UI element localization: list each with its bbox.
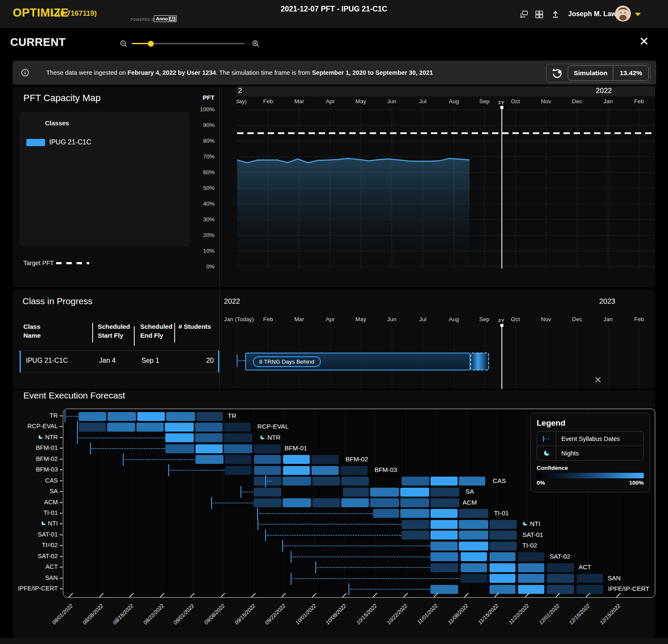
gantt-bar-segment (402, 477, 429, 486)
simulation-refresh-icon[interactable] (546, 67, 568, 79)
gantt-row-right-label: SAN (608, 574, 621, 582)
event-syllabus-dates-icon (537, 432, 556, 446)
legend-item-nights: Nights (537, 446, 643, 460)
page-title: 2021-12-07 PFT - IPUG 21-C1C (281, 5, 388, 14)
column-separator (92, 323, 93, 342)
gantt-bar-segment (402, 531, 429, 539)
syllabus-date-marker (348, 583, 349, 595)
syllabus-date-marker (257, 508, 258, 520)
app-root: OPTIMIZE 1.10-7167119) POWERED BY AnnoAi… (0, 0, 668, 644)
gantt-bar-segment (430, 520, 458, 529)
forecast-row-tick (60, 578, 62, 579)
forecast-row-label: SAT-01 (2, 531, 58, 538)
syllabus-date-marker (211, 497, 212, 509)
forecast-row-label: BFM-02 (2, 455, 58, 462)
class-gantt-chart: 2022 2023 Jan (Today)FebMarAprMayJunJulA… (221, 297, 655, 390)
forecast-row-tick (60, 588, 62, 589)
syllabus-date-marker (291, 551, 292, 563)
pft-y-tick: 40% (185, 201, 215, 207)
forecast-row-label: NTI (2, 520, 58, 527)
syllabus-date-marker (291, 573, 292, 585)
gantt-bar-segment (165, 423, 194, 432)
simulation-value: 13.42% (613, 69, 648, 77)
zoom-in-icon[interactable] (252, 40, 260, 48)
forecast-x-label: 09/22/2022 (254, 603, 287, 636)
forecast-x-label: 08/08/2022 (71, 603, 104, 636)
gantt-bar-segment (196, 412, 223, 421)
gantt-bar-segment (225, 466, 252, 475)
pft-months-row: (Today)FebMarAprMayJunJulAugSepOctNovDec… (236, 98, 655, 107)
dismiss-gantt-icon[interactable]: ✕ (594, 376, 602, 385)
forecast-row-label: TI=02 (2, 542, 58, 548)
zoom-slider-thumb[interactable] (148, 41, 154, 47)
banner-prefix: These data were ingested on (46, 69, 127, 76)
grid-apps-icon[interactable] (535, 10, 544, 19)
zoom-out-icon[interactable] (119, 40, 128, 48)
month-label: Feb (263, 316, 273, 322)
confidence-min: 0% (537, 480, 545, 486)
class-legend-label[interactable]: IPUG 21-C1C (49, 138, 91, 146)
close-view-icon[interactable]: ✕ (639, 36, 649, 48)
user-name: Joseph M. Law (568, 10, 617, 18)
pft-y-tick: 100% (185, 106, 215, 113)
month-label: Feb (634, 316, 644, 322)
syllabus-date-marker (168, 464, 169, 476)
view-label: CURRENT (10, 36, 66, 49)
pft-y-tick: 30% (185, 216, 215, 223)
class-gantt-end-segment[interactable] (470, 353, 489, 370)
gantt-bar-segment (400, 509, 429, 518)
cell-students: 20 (206, 357, 214, 364)
forecast-row-label: BFM-03 (2, 466, 58, 473)
forecast-row-label: RCP-EVAL (2, 423, 58, 429)
forecast-row-label: TR (2, 412, 58, 419)
pft-year-left: 2 (238, 87, 242, 95)
simulation-progress: Simulation 13.42% (568, 65, 649, 81)
forecast-x-label: 09/01/2022 (163, 603, 195, 636)
forecast-gridline (71, 409, 71, 597)
class-table-row[interactable]: IPUG 21-C1C Jan 4 Sep 1 20 (20, 350, 219, 373)
classes-header: Classes (45, 119, 69, 127)
forecast-x-label: 12/15/2022 (589, 603, 622, 636)
forecast-legend: Legend Event Syllabus Dates Nights Confi… (530, 413, 650, 492)
gantt-bar-segment (373, 509, 399, 518)
column-separator (174, 323, 175, 342)
powered-by-label: POWERED BY (130, 17, 157, 22)
gantt-bar-segment (459, 542, 488, 551)
gantt-row-right-label: NTR (260, 434, 280, 441)
gantt-row-right-label: BFM-03 (374, 466, 397, 473)
bottom-strip (0, 638, 668, 644)
forecast-row-tick (60, 426, 62, 427)
gantt-bar-segment (490, 574, 515, 583)
month-label: Mar (294, 98, 304, 105)
gantt-bar-segment (311, 466, 339, 475)
brand-name: Anno (156, 16, 168, 21)
class-gantt-bar[interactable]: 8 TRNG Days Behind (245, 353, 470, 370)
forecast-x-label: 12/15/2022 (558, 603, 591, 636)
simulation-label: Simulation (568, 66, 613, 80)
gantt-bar-segment (195, 444, 223, 453)
user-menu-caret-icon[interactable] (635, 13, 641, 16)
pft-y-tick: 70% (185, 153, 215, 160)
gantt-row-right-label: TI-01 (494, 509, 509, 517)
trng-days-behind-badge: 8 TRNG Days Behind (253, 356, 321, 367)
gantt-row-right-label: ACT (578, 563, 591, 571)
syllabus-date-marker (241, 486, 241, 498)
pft-fy-label: FY (498, 100, 504, 105)
gantt-bar-segment (370, 488, 399, 497)
pft-axis-title: PFT (189, 94, 215, 101)
forecast-row-tick (60, 480, 62, 481)
forecast-x-label: 10/15/2022 (345, 603, 378, 636)
month-label: Aug (449, 316, 459, 322)
gantt-bar-segment (136, 423, 164, 432)
windows-duplicate-icon[interactable] (519, 10, 529, 19)
gantt-bar-segment (79, 412, 106, 421)
cip-fy-line (501, 325, 502, 389)
gantt-bar-segment (400, 488, 429, 497)
syllabus-date-marker (258, 518, 258, 530)
gantt-bar-segment (343, 488, 369, 497)
top-header: OPTIMIZE 1.10-7167119) POWERED BY AnnoAi… (0, 0, 668, 28)
gantt-bar-segment (341, 477, 369, 486)
upload-icon[interactable] (551, 9, 560, 18)
avatar[interactable] (615, 6, 631, 22)
month-label: Sep (479, 316, 490, 322)
